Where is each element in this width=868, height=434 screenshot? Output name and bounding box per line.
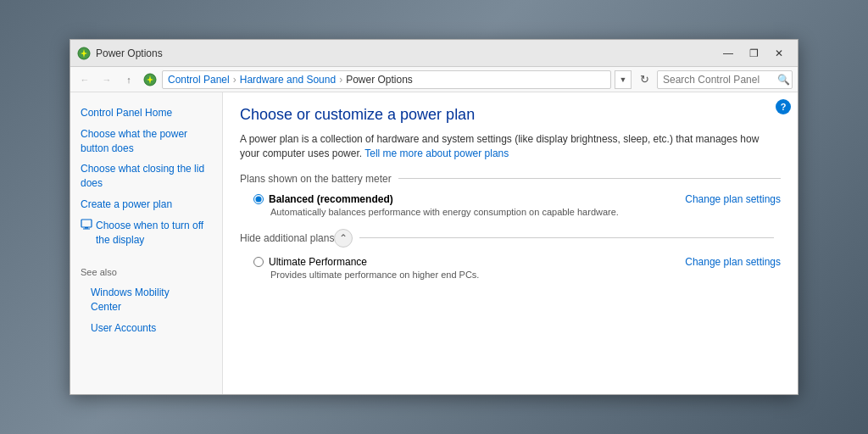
sidebar-item-create-plan[interactable]: Create a power plan (70, 194, 222, 215)
ultimate-change-link[interactable]: Change plan settings (685, 256, 781, 268)
see-also-section: See also Windows Mobility Center User Ac… (70, 267, 222, 338)
hide-additional-plans: Hide additional plans ⌃ (240, 229, 781, 248)
ultimate-plan-label[interactable]: Ultimate Performance (253, 256, 367, 268)
balanced-plan-desc: Automatically balances performance with … (270, 207, 781, 217)
search-wrapper: 🔍 (657, 70, 793, 89)
title-bar: Power Options — ❐ ✕ (70, 40, 798, 67)
ultimate-radio[interactable] (253, 257, 264, 267)
balanced-plan: Balanced (recommended) Change plan setti… (253, 193, 781, 217)
window-title: Power Options (96, 47, 716, 59)
back-button[interactable]: ← (75, 70, 94, 89)
main-content-panel: ? Choose or customize a power plan A pow… (223, 92, 798, 394)
sidebar: Control Panel Home Choose what the power… (70, 92, 223, 394)
forward-button[interactable]: → (97, 70, 116, 89)
svg-rect-2 (81, 220, 92, 227)
sidebar-item-control-panel-home[interactable]: Control Panel Home (70, 103, 222, 124)
ultimate-plan-row: Ultimate Performance Change plan setting… (253, 256, 781, 268)
app-icon (77, 47, 91, 60)
content-area: Control Panel Home Choose what the power… (70, 92, 798, 394)
battery-meter-divider: Plans shown on the battery meter (240, 173, 781, 185)
address-dropdown[interactable]: ▼ (615, 70, 632, 89)
balanced-change-link[interactable]: Change plan settings (685, 193, 781, 205)
ultimate-plan-desc: Provides ultimate performance on higher … (270, 270, 781, 280)
hide-plans-toggle[interactable]: ⌃ (334, 229, 353, 248)
description-text: A power plan is a collection of hardware… (240, 132, 781, 161)
maximize-button[interactable]: ❐ (742, 45, 765, 62)
close-button[interactable]: ✕ (767, 45, 791, 62)
up-button[interactable]: ↑ (120, 70, 138, 89)
sidebar-item-closing-lid[interactable]: Choose what closing the lid does (70, 159, 222, 194)
balanced-plan-row: Balanced (recommended) Change plan setti… (253, 193, 781, 205)
main-window: Power Options — ❐ ✕ ← → ↑ Control Panel … (70, 39, 798, 395)
breadcrumb-hardware-sound[interactable]: Hardware and Sound (240, 74, 336, 86)
sidebar-item-mobility-center[interactable]: Windows Mobility Center (81, 282, 212, 318)
breadcrumb-current: Power Options (346, 74, 413, 86)
see-also-title: See also (81, 267, 212, 277)
monitor-icon (81, 219, 92, 231)
window-controls: — ❐ ✕ (716, 45, 791, 62)
minimize-button[interactable]: — (716, 45, 740, 62)
learn-more-link[interactable]: Tell me more about power plans (364, 147, 509, 159)
refresh-button[interactable]: ↻ (635, 70, 654, 89)
balanced-plan-label[interactable]: Balanced (recommended) (253, 193, 393, 205)
svg-rect-4 (83, 228, 90, 229)
ultimate-plan: Ultimate Performance Change plan setting… (253, 256, 781, 280)
sidebar-item-user-accounts[interactable]: User Accounts (81, 318, 212, 339)
address-bar: ← → ↑ Control Panel › Hardware and Sound… (70, 67, 798, 92)
page-title: Choose or customize a power plan (240, 106, 781, 124)
search-icon-button[interactable]: 🔍 (776, 72, 791, 87)
sidebar-item-power-button[interactable]: Choose what the power button does (70, 124, 222, 159)
sidebar-item-turn-off-display[interactable]: Choose when to turn off the display (70, 215, 222, 251)
balanced-radio[interactable] (253, 194, 264, 204)
breadcrumb: Control Panel › Hardware and Sound › Pow… (162, 70, 611, 89)
help-button[interactable]: ? (776, 99, 791, 114)
breadcrumb-control-panel[interactable]: Control Panel (168, 74, 230, 86)
search-input[interactable] (657, 70, 793, 89)
svg-rect-3 (85, 227, 88, 229)
